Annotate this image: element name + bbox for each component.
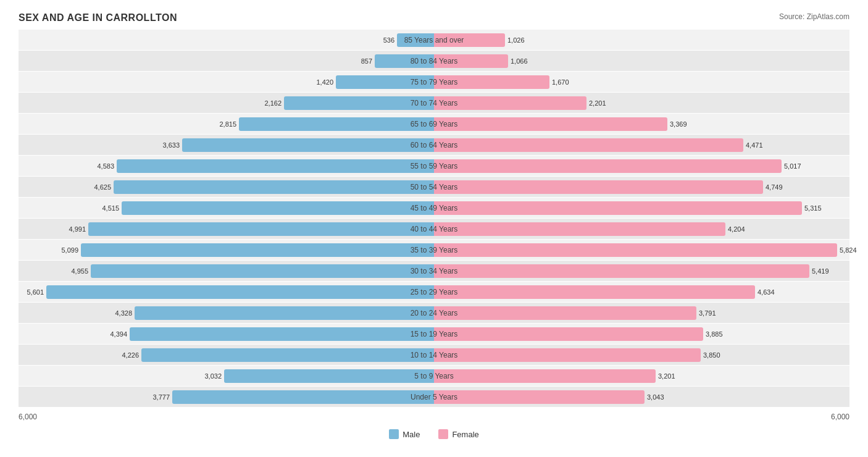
- legend-female-color: [438, 429, 448, 439]
- male-bar: 1,420: [336, 75, 434, 89]
- male-value: 5,601: [27, 288, 44, 296]
- male-bar: 4,328: [135, 306, 434, 320]
- female-value: 4,471: [746, 141, 763, 149]
- legend-male-color: [389, 429, 399, 439]
- female-bar: 3,043: [434, 390, 645, 404]
- bar-row: 2,16270 to 74 Years2,201: [19, 93, 849, 113]
- female-value: 3,369: [670, 120, 687, 128]
- male-bar: 2,815: [239, 117, 434, 131]
- female-bar: 2,201: [434, 96, 586, 110]
- male-value: 857: [361, 57, 372, 65]
- axis-right-label: 6,000: [831, 413, 849, 421]
- female-value: 5,315: [804, 204, 822, 212]
- bar-row: 4,22610 to 14 Years3,850: [19, 345, 849, 365]
- male-bar: 4,515: [122, 201, 434, 215]
- female-value: 3,850: [703, 351, 720, 359]
- female-bar: 3,369: [434, 117, 667, 131]
- legend-male-label: Male: [403, 430, 420, 439]
- female-value: 1,026: [507, 36, 525, 44]
- male-value: 536: [383, 36, 394, 44]
- bar-row: 4,62550 to 54 Years4,749: [19, 177, 849, 197]
- axis-bottom: 6,000 6,000: [19, 409, 849, 424]
- male-value: 4,394: [110, 330, 127, 338]
- male-bar: 2,162: [284, 96, 434, 110]
- male-bar: 4,625: [114, 180, 434, 194]
- female-bar: 5,017: [434, 159, 782, 173]
- male-value: 3,633: [162, 141, 180, 149]
- male-value: 4,955: [71, 267, 88, 275]
- male-bar: 3,633: [182, 138, 434, 152]
- male-value: 3,777: [152, 393, 170, 401]
- bar-row: 3,0325 to 9 Years3,201: [19, 366, 849, 386]
- female-bar: 1,066: [434, 54, 508, 68]
- bar-row: 5,60125 to 29 Years4,634: [19, 282, 849, 302]
- male-value: 4,515: [102, 204, 119, 212]
- female-value: 5,824: [840, 246, 857, 254]
- bar-row: 4,32820 to 24 Years3,791: [19, 303, 849, 323]
- male-bar: 4,583: [117, 159, 434, 173]
- female-value: 1,066: [511, 57, 528, 65]
- bar-row: 4,99140 to 44 Years4,204: [19, 219, 849, 239]
- male-value: 4,583: [97, 162, 114, 170]
- male-bar: 4,226: [141, 348, 434, 362]
- male-value: 4,625: [94, 183, 111, 191]
- female-value: 2,201: [589, 99, 606, 107]
- female-bar: 3,885: [434, 327, 703, 341]
- bar-row: 5,09935 to 39 Years5,824: [19, 240, 849, 260]
- male-value: 1,420: [316, 78, 333, 86]
- female-bar: 4,204: [434, 222, 725, 236]
- female-bar: 4,634: [434, 285, 755, 299]
- female-bar: 4,471: [434, 138, 743, 152]
- male-bar: 857: [375, 54, 434, 68]
- female-value: 4,749: [766, 183, 783, 191]
- source-text: Source: ZipAtlas.com: [779, 12, 849, 21]
- female-bar: 3,201: [434, 369, 656, 383]
- male-value: 4,328: [115, 309, 132, 317]
- male-bar: 4,394: [130, 327, 434, 341]
- legend: Male Female: [19, 429, 849, 439]
- male-value: 4,991: [69, 225, 86, 233]
- chart-container: SEX AND AGE IN CARROLLTON Source: ZipAtl…: [0, 0, 868, 457]
- bar-row: 85780 to 84 Years1,066: [19, 51, 849, 71]
- male-bar: 4,955: [91, 264, 434, 278]
- male-bar: 3,032: [224, 369, 434, 383]
- axis-left-label: 6,000: [19, 413, 37, 421]
- female-bar: 1,670: [434, 75, 549, 89]
- bar-row: 3,63360 to 64 Years4,471: [19, 135, 849, 155]
- female-value: 3,885: [706, 330, 723, 338]
- bar-row: 4,51545 to 49 Years5,315: [19, 198, 849, 218]
- female-value: 1,670: [552, 78, 569, 86]
- legend-female-label: Female: [452, 430, 478, 439]
- male-value: 4,226: [122, 351, 139, 359]
- bar-row: 4,39415 to 19 Years3,885: [19, 324, 849, 344]
- female-value: 5,017: [784, 162, 801, 170]
- female-value: 3,201: [658, 372, 675, 380]
- female-bar: 3,850: [434, 348, 701, 362]
- chart-inner: 53685 Years and over1,02685780 to 84 Yea…: [19, 30, 849, 407]
- legend-female: Female: [438, 429, 478, 439]
- male-bar: 5,099: [81, 243, 434, 257]
- bar-row: 2,81565 to 69 Years3,369: [19, 114, 849, 134]
- female-bar: 5,824: [434, 243, 837, 257]
- bar-row: 1,42075 to 79 Years1,670: [19, 72, 849, 92]
- female-bar: 3,791: [434, 306, 696, 320]
- male-value: 2,815: [219, 120, 236, 128]
- chart-title: SEX AND AGE IN CARROLLTON: [19, 12, 849, 23]
- bar-row: 3,777Under 5 Years3,043: [19, 387, 849, 407]
- male-value: 3,032: [204, 372, 222, 380]
- bar-row: 53685 Years and over1,026: [19, 30, 849, 50]
- female-bar: 4,749: [434, 180, 763, 194]
- bar-row: 4,58355 to 59 Years5,017: [19, 156, 849, 176]
- female-value: 3,791: [699, 309, 716, 317]
- female-value: 4,204: [728, 225, 745, 233]
- male-bar: 536: [397, 33, 434, 47]
- female-value: 5,419: [812, 267, 829, 275]
- male-bar: 4,991: [88, 222, 434, 236]
- male-value: 5,099: [61, 246, 78, 254]
- female-value: 3,043: [647, 393, 664, 401]
- male-value: 2,162: [264, 99, 282, 107]
- female-bar: 5,419: [434, 264, 809, 278]
- bar-row: 4,95530 to 34 Years5,419: [19, 261, 849, 281]
- female-value: 4,634: [757, 288, 775, 296]
- female-bar: 1,026: [434, 33, 505, 47]
